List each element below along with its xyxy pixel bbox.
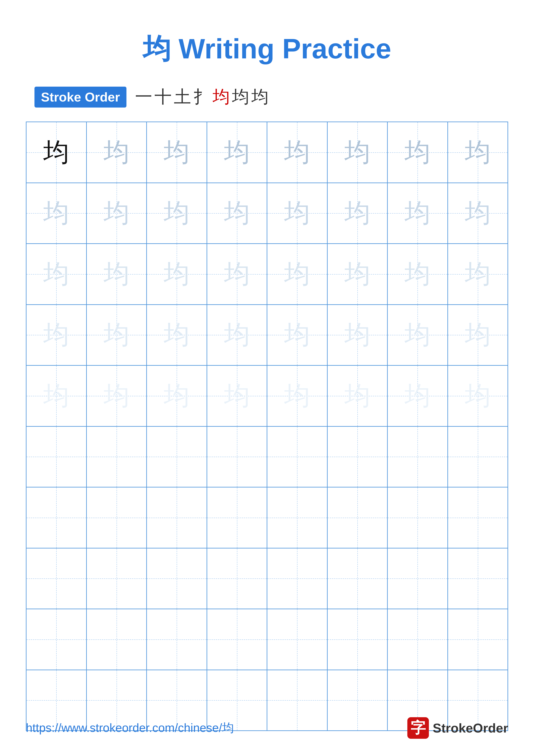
- grid-cell: 均: [27, 244, 87, 304]
- grid-cell: 均: [388, 183, 448, 244]
- char-display: 均: [284, 383, 310, 409]
- grid-cell: [27, 427, 87, 487]
- logo-text: StrokeOrder: [433, 721, 508, 736]
- grid-cell: [328, 549, 388, 609]
- grid-cell: 均: [328, 183, 388, 244]
- char-display: 均: [344, 139, 370, 165]
- grid-cell: 均: [147, 366, 207, 426]
- char-display: 均: [43, 322, 69, 348]
- grid-cell: 均: [87, 244, 147, 304]
- footer-logo: 字 StrokeOrder: [407, 717, 508, 739]
- stroke-1: 一: [135, 85, 152, 109]
- grid-cell: [87, 487, 147, 548]
- grid-row: 均 均 均 均 均 均 均 均: [27, 305, 507, 366]
- grid-cell: [267, 609, 328, 670]
- stroke-5: 均: [213, 85, 230, 109]
- char-display: 均: [224, 383, 250, 409]
- char-display: 均: [405, 383, 430, 409]
- grid-cell: 均: [87, 183, 147, 244]
- grid-cell: 均: [388, 122, 448, 182]
- grid-cell: 均: [87, 305, 147, 365]
- char-display: 均: [405, 322, 430, 348]
- grid-row: 均 均 均 均 均 均 均 均: [27, 122, 507, 183]
- char-display: 均: [43, 383, 69, 409]
- grid-cell: 均: [207, 122, 267, 182]
- grid-cell: 均: [147, 305, 207, 365]
- stroke-order-row: Stroke Order 一 十 土 扌 均 均 均: [35, 85, 508, 109]
- grid-row: [27, 609, 507, 670]
- grid-cell: 均: [207, 244, 267, 304]
- char-display: 均: [164, 200, 190, 226]
- char-display: 均: [465, 322, 491, 348]
- stroke-6: 均: [232, 85, 249, 109]
- grid-cell: 均: [207, 366, 267, 426]
- grid-cell: 均: [328, 122, 388, 182]
- grid-cell: [87, 549, 147, 609]
- char-display: 均: [224, 322, 250, 348]
- grid-cell: [147, 487, 207, 548]
- grid-cell: 均: [87, 122, 147, 182]
- char-display: 均: [43, 261, 69, 287]
- grid-cell: [27, 609, 87, 670]
- char-display: 均: [164, 322, 190, 348]
- char-display: 均: [284, 322, 310, 348]
- char-display: 均: [344, 200, 370, 226]
- grid-cell: 均: [267, 183, 328, 244]
- grid-cell: [328, 487, 388, 548]
- grid-cell: 均: [27, 122, 87, 182]
- grid-cell: [207, 487, 267, 548]
- grid-cell: [328, 609, 388, 670]
- char-display: 均: [224, 139, 250, 165]
- char-display: 均: [465, 139, 491, 165]
- char-display: 均: [405, 261, 430, 287]
- char-display: 均: [104, 139, 129, 165]
- grid-cell: 均: [147, 244, 207, 304]
- footer: https://www.strokeorder.com/chinese/均 字 …: [26, 717, 508, 739]
- grid-cell: [27, 487, 87, 548]
- footer-url[interactable]: https://www.strokeorder.com/chinese/均: [26, 720, 234, 736]
- grid-row: 均 均 均 均 均 均 均 均: [27, 366, 507, 427]
- grid-cell: [328, 427, 388, 487]
- grid-cell: [147, 609, 207, 670]
- stroke-sequence: 一 十 土 扌 均 均 均: [135, 85, 268, 109]
- grid-cell: 均: [267, 244, 328, 304]
- grid-cell: 均: [27, 366, 87, 426]
- grid-cell: 均: [207, 305, 267, 365]
- grid-cell: 均: [27, 305, 87, 365]
- grid-cell: [27, 549, 87, 609]
- stroke-7: 均: [251, 85, 268, 109]
- char-display: 均: [405, 139, 430, 165]
- grid-cell: [388, 549, 448, 609]
- char-display: 均: [104, 200, 129, 226]
- grid-cell: [448, 549, 508, 609]
- title-char: 均: [143, 33, 171, 65]
- practice-grid: 均 均 均 均 均 均 均 均 均 均 均 均 均 均 均 均 均 均 均 均 …: [26, 122, 508, 731]
- grid-cell: [87, 427, 147, 487]
- grid-cell: [388, 487, 448, 548]
- grid-cell: [448, 609, 508, 670]
- grid-cell: 均: [267, 305, 328, 365]
- grid-cell: [207, 427, 267, 487]
- char-display: 均: [164, 261, 190, 287]
- char-display: 均: [43, 200, 69, 226]
- page-title: 均 Writing Practice: [26, 30, 508, 68]
- grid-cell: 均: [87, 366, 147, 426]
- grid-row: 均 均 均 均 均 均 均 均: [27, 183, 507, 244]
- char-display: 均: [344, 383, 370, 409]
- char-display: 均: [104, 261, 129, 287]
- grid-row: [27, 427, 507, 488]
- grid-cell: 均: [328, 244, 388, 304]
- grid-cell: [147, 427, 207, 487]
- logo-char: 字: [411, 718, 426, 738]
- grid-cell: 均: [267, 122, 328, 182]
- stroke-4: 扌: [193, 85, 211, 109]
- char-display: 均: [284, 261, 310, 287]
- char-display: 均: [465, 261, 491, 287]
- grid-cell: [267, 549, 328, 609]
- stroke-3: 土: [174, 85, 191, 109]
- grid-cell: [448, 427, 508, 487]
- char-display: 均: [465, 383, 491, 409]
- grid-cell: 均: [448, 122, 508, 182]
- char-display: 均: [405, 200, 430, 226]
- grid-cell: [388, 427, 448, 487]
